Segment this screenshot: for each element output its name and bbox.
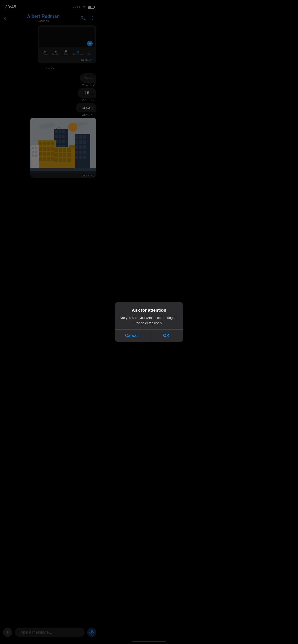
dialog-overlay: Ask for attention Are you sure you want … [0,0,99,215]
